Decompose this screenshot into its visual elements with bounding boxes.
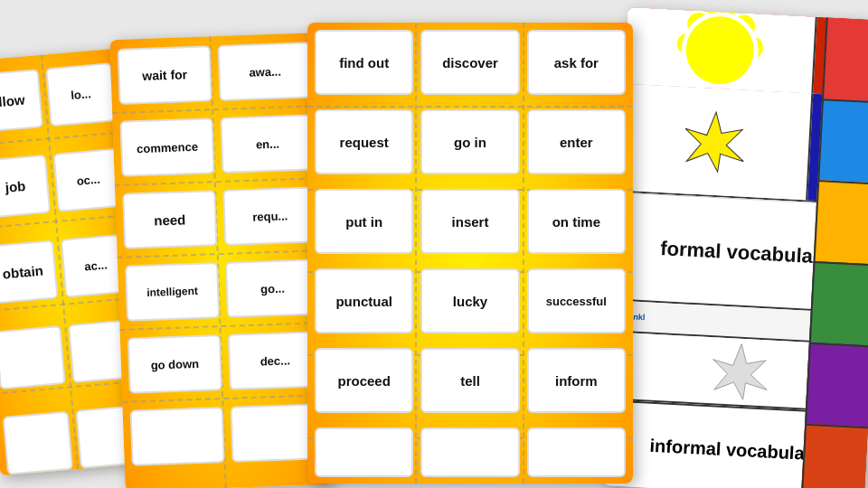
sheet3-main: find out discover ask for request go in … [307,23,633,483]
scene: allow lo... job oc... obtain ac... [0,0,868,488]
word-card-lucky: lucky [420,268,519,333]
word-card [527,427,626,477]
word-card: lo... [45,62,116,127]
word-card [315,427,413,477]
word-card-insert: insert [420,189,519,254]
word-card-find-out: find out [315,30,413,95]
word-card: allow [0,69,43,133]
word-card-discover: discover [420,30,519,95]
word-card [0,325,66,389]
word-card-punctual: punctual [315,268,413,333]
word-card [130,407,225,466]
word-card-tell: tell [420,348,519,413]
word-card: awa... [218,42,313,101]
word-card-request: request [315,109,413,174]
explosion3-icon [709,341,770,402]
word-card-inform: inform [527,348,626,413]
explosion-icon [682,108,749,175]
word-card: intelligent [125,262,220,322]
svg-marker-0 [684,110,746,173]
word-card: go... [225,258,320,318]
word-card: job [0,155,51,219]
word-card-successful: successful [527,268,626,333]
word-card-ask-for: ask for [527,30,626,95]
word-card-on-time: on time [527,189,626,254]
sheet4-comic: formal vocabulary Twinkl informal vocabu… [602,7,868,488]
word-card: go down [127,334,222,394]
word-card: requ... [222,186,317,246]
word-card: wait for [118,45,212,105]
word-card: en... [220,114,315,174]
word-card: commence [119,117,214,177]
word-card-enter: enter [527,109,626,174]
word-card-go-in: go in [420,109,519,174]
informal-vocab-panel: informal vocabulary [649,436,822,465]
word-card [3,411,73,475]
word-card-put-in: put in [315,189,413,254]
word-card-proceed: proceed [315,348,413,413]
svg-marker-2 [711,343,769,400]
word-card [420,427,519,477]
word-card: need [122,190,217,249]
word-card: obtain [0,239,59,304]
sheet2: wait for awa... commence en... need requ… [109,33,333,488]
